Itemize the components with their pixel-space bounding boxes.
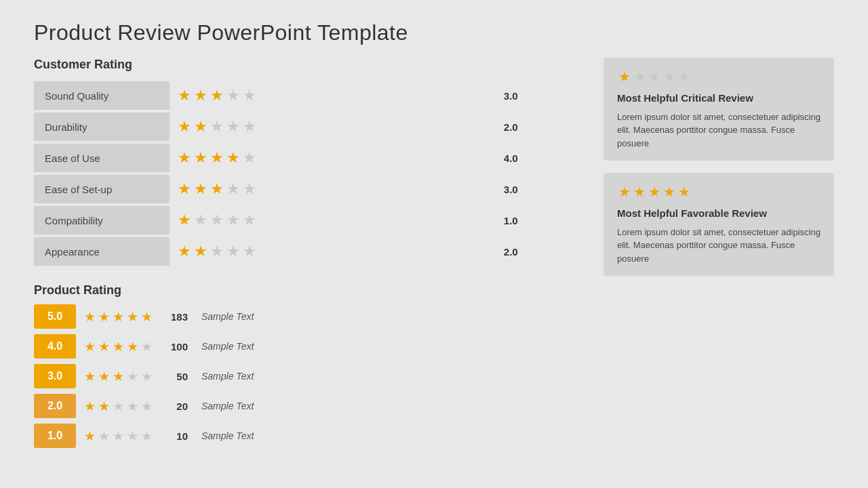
main-title: Product Review PowerPoint Template xyxy=(34,20,834,45)
critical-review-text: Lorem ipsum dolor sit amet, consectetuer… xyxy=(617,110,821,150)
customer-rating-row: Durability ★★★★★ 2.0 xyxy=(34,113,583,141)
cr-stars: ★★★★★ xyxy=(170,144,497,172)
star-empty: ★ xyxy=(113,429,124,443)
star-empty: ★ xyxy=(243,87,256,104)
star-filled: ★ xyxy=(98,310,110,324)
star-filled: ★ xyxy=(633,184,646,199)
star-filled: ★ xyxy=(178,243,191,260)
cr-score: 3.0 xyxy=(497,81,583,110)
cr-label: Compatibility xyxy=(34,206,170,235)
content-area: Customer Rating Sound Quality ★★★★★ 3.0 … xyxy=(34,58,834,453)
star-empty: ★ xyxy=(648,69,660,84)
customer-rating-title: Customer Rating xyxy=(34,58,583,72)
star-filled: ★ xyxy=(210,149,224,166)
cr-label: Sound Quality xyxy=(34,81,170,110)
star-empty: ★ xyxy=(194,211,208,228)
product-rating-row: 4.0 ★★★★★ 100 Sample Text xyxy=(34,334,583,359)
star-empty: ★ xyxy=(127,399,138,413)
star-empty: ★ xyxy=(141,429,153,443)
product-rating-title: Product Rating xyxy=(34,283,583,298)
star-filled: ★ xyxy=(98,399,110,413)
cr-stars: ★★★★★ xyxy=(170,237,497,266)
star-empty: ★ xyxy=(243,180,256,197)
star-empty: ★ xyxy=(243,211,256,228)
star-filled: ★ xyxy=(226,149,240,166)
left-panel: Customer Rating Sound Quality ★★★★★ 3.0 … xyxy=(34,58,583,453)
star-empty: ★ xyxy=(141,369,153,384)
cr-label: Ease of Set-up xyxy=(34,175,170,203)
star-filled: ★ xyxy=(210,87,224,104)
star-empty: ★ xyxy=(226,180,240,197)
product-rating-row: 5.0 ★★★★★ 183 Sample Text xyxy=(34,304,583,329)
cr-score: 2.0 xyxy=(497,113,583,141)
customer-rating-row: Sound Quality ★★★★★ 3.0 xyxy=(34,81,583,110)
star-empty: ★ xyxy=(98,429,110,443)
star-empty: ★ xyxy=(678,69,690,84)
pr-badge: 5.0 xyxy=(34,304,76,329)
star-filled: ★ xyxy=(194,118,208,135)
cr-score: 3.0 xyxy=(497,175,583,203)
pr-count: 10 xyxy=(161,430,188,442)
star-filled: ★ xyxy=(84,340,96,354)
star-empty: ★ xyxy=(226,211,240,228)
star-filled: ★ xyxy=(141,310,153,324)
star-filled: ★ xyxy=(84,429,96,443)
star-empty: ★ xyxy=(243,243,256,260)
star-empty: ★ xyxy=(210,211,224,228)
product-rating-section: Product Rating 5.0 ★★★★★ 183 Sample Text… xyxy=(34,283,583,448)
pr-count: 20 xyxy=(161,401,188,412)
star-filled: ★ xyxy=(663,184,675,199)
star-filled: ★ xyxy=(127,340,138,354)
star-filled: ★ xyxy=(194,180,208,197)
star-filled: ★ xyxy=(113,310,124,324)
customer-rating-row: Compatibility ★★★★★ 1.0 xyxy=(34,206,583,235)
pr-sample-text: Sample Text xyxy=(201,430,254,441)
star-empty: ★ xyxy=(141,399,153,413)
pr-badge: 1.0 xyxy=(34,424,76,448)
customer-rating-row: Appearance ★★★★★ 2.0 xyxy=(34,237,583,266)
product-rating-row: 3.0 ★★★★★ 50 Sample Text xyxy=(34,364,583,388)
star-filled: ★ xyxy=(194,149,208,166)
cr-score: 4.0 xyxy=(497,144,583,172)
star-empty: ★ xyxy=(663,69,675,84)
right-panel: ★★★★★ Most Helpful Critical Review Lorem… xyxy=(604,58,834,453)
star-filled: ★ xyxy=(178,118,191,135)
star-filled: ★ xyxy=(178,211,191,228)
favorable-review-text: Lorem ipsum dolor sit amet, consectetuer… xyxy=(617,226,821,266)
star-filled: ★ xyxy=(178,149,191,166)
pr-stars: ★★★★★ xyxy=(83,399,154,414)
critical-review-card: ★★★★★ Most Helpful Critical Review Lorem… xyxy=(604,58,834,161)
cr-score: 1.0 xyxy=(497,206,583,235)
star-empty: ★ xyxy=(226,87,240,104)
customer-rating-row: Ease of Set-up ★★★★★ 3.0 xyxy=(34,175,583,203)
cr-label: Durability xyxy=(34,113,170,141)
star-filled: ★ xyxy=(98,340,110,354)
star-filled: ★ xyxy=(618,184,631,199)
star-filled: ★ xyxy=(113,340,124,354)
cr-label: Ease of Use xyxy=(34,144,170,172)
star-empty: ★ xyxy=(127,429,138,443)
star-filled: ★ xyxy=(98,369,110,384)
star-empty: ★ xyxy=(243,118,256,135)
customer-rating-table: Sound Quality ★★★★★ 3.0 Durability ★★★★★… xyxy=(34,79,583,268)
page: Product Review PowerPoint Template Custo… xyxy=(0,0,868,488)
pr-count: 50 xyxy=(161,371,188,382)
star-filled: ★ xyxy=(618,69,631,84)
favorable-review-title: Most Helpful Favorable Review xyxy=(617,207,821,220)
star-empty: ★ xyxy=(113,399,124,413)
product-rating-rows: 5.0 ★★★★★ 183 Sample Text 4.0 ★★★★★ 100 … xyxy=(34,304,583,448)
pr-stars: ★★★★★ xyxy=(83,339,154,354)
pr-sample-text: Sample Text xyxy=(201,371,254,382)
pr-sample-text: Sample Text xyxy=(201,401,254,411)
pr-sample-text: Sample Text xyxy=(201,311,254,322)
favorable-review-card: ★★★★★ Most Helpful Favorable Review Lore… xyxy=(604,173,834,276)
star-empty: ★ xyxy=(633,69,646,84)
star-empty: ★ xyxy=(210,243,224,260)
star-empty: ★ xyxy=(141,340,153,354)
star-filled: ★ xyxy=(678,184,690,199)
star-filled: ★ xyxy=(178,180,191,197)
star-filled: ★ xyxy=(648,184,660,199)
star-filled: ★ xyxy=(84,310,96,324)
pr-stars: ★★★★★ xyxy=(83,428,154,444)
pr-stars: ★★★★★ xyxy=(83,309,154,325)
